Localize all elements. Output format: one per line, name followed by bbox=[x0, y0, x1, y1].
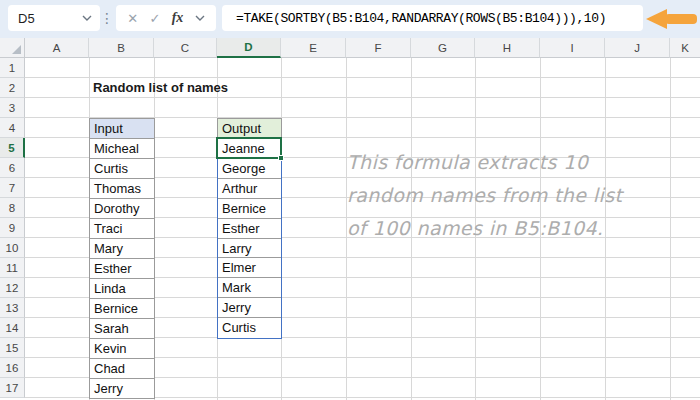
output-name-cell[interactable]: Arthur bbox=[218, 179, 281, 199]
input-name-cell[interactable]: Thomas bbox=[90, 179, 154, 199]
output-name-cell[interactable]: Larry bbox=[218, 239, 281, 259]
sheet-title: Random list of names bbox=[93, 78, 228, 98]
input-name-cell[interactable]: Mary bbox=[90, 239, 154, 259]
output-name-cell[interactable]: Mark bbox=[218, 278, 281, 298]
column-header-cell[interactable]: G bbox=[411, 38, 475, 58]
cancel-icon[interactable]: ✕ bbox=[127, 12, 138, 25]
row-header-cell[interactable]: 6 bbox=[0, 158, 25, 178]
column-header-cell[interactable]: A bbox=[25, 38, 89, 58]
input-name-cell[interactable]: Traci bbox=[90, 219, 154, 239]
output-name-cell[interactable]: Jerry bbox=[218, 298, 281, 318]
column-header-cell[interactable]: F bbox=[346, 38, 411, 58]
row-header-cell[interactable]: 14 bbox=[0, 318, 25, 338]
name-box[interactable]: D5 bbox=[8, 5, 100, 31]
column-header-cell[interactable]: C bbox=[154, 38, 217, 58]
column-header-cell[interactable]: I bbox=[540, 38, 605, 58]
row-header-cell[interactable]: 17 bbox=[0, 378, 25, 398]
output-name-cell[interactable]: Curtis bbox=[218, 318, 281, 338]
input-name-cell[interactable]: Esther bbox=[90, 259, 154, 279]
row-header-cell[interactable]: 15 bbox=[0, 338, 25, 358]
input-name-cell[interactable]: Dorothy bbox=[90, 199, 154, 219]
column-header-cell[interactable]: B bbox=[89, 38, 154, 58]
input-name-cell[interactable]: Bernice bbox=[90, 299, 154, 319]
column-header-cell[interactable]: D bbox=[217, 38, 281, 58]
row-header-cell[interactable]: 2 bbox=[0, 78, 25, 98]
row-header-cell[interactable]: 3 bbox=[0, 98, 25, 118]
row-header-cell[interactable]: 13 bbox=[0, 298, 25, 318]
output-name-cell[interactable]: Esther bbox=[218, 219, 281, 239]
select-all-corner[interactable] bbox=[0, 38, 25, 58]
note-line: of 100 names in B5:B104. bbox=[347, 212, 677, 245]
column-header-cell[interactable]: J bbox=[605, 38, 670, 58]
row-header-cell[interactable]: 12 bbox=[0, 278, 25, 298]
excel-window: D5 ⋮ ✕ ✓ fx =TAKE(SORTBY(B5:B104,RANDARR… bbox=[0, 0, 700, 400]
input-header-cell[interactable]: Input bbox=[90, 119, 154, 139]
output-spill-range: JeanneGeorgeArthurBerniceEstherLarryElme… bbox=[217, 138, 282, 339]
input-table: Input MichealCurtisThomasDorothyTraciMar… bbox=[89, 118, 155, 399]
row-header-cell[interactable]: 1 bbox=[0, 58, 25, 78]
input-name-cell[interactable]: Jerry bbox=[90, 379, 154, 399]
column-header-cell[interactable]: H bbox=[475, 38, 540, 58]
row-header-cell[interactable]: 5 bbox=[0, 138, 25, 158]
input-name-cell[interactable]: Kevin bbox=[90, 339, 154, 359]
formula-text: =TAKE(SORTBY(B5:B104,RANDARRAY(ROWS(B5:B… bbox=[236, 11, 606, 26]
formula-bar: D5 ⋮ ✕ ✓ fx =TAKE(SORTBY(B5:B104,RANDARR… bbox=[0, 0, 700, 38]
enter-icon[interactable]: ✓ bbox=[150, 12, 161, 25]
row-header-cell[interactable]: 7 bbox=[0, 178, 25, 198]
name-box-value: D5 bbox=[18, 11, 35, 26]
output-name-cell[interactable]: Elmer bbox=[218, 258, 281, 278]
note-line: This formula extracts 10 bbox=[347, 146, 677, 179]
row-header-cell[interactable]: 11 bbox=[0, 258, 25, 278]
note-line: random names from the list bbox=[347, 179, 677, 212]
output-name-cell[interactable]: Bernice bbox=[218, 199, 281, 219]
chevron-down-icon[interactable] bbox=[82, 15, 92, 21]
output-header-cell[interactable]: Output bbox=[217, 118, 282, 139]
row-headers: 1234567891011121314151617 bbox=[0, 58, 25, 398]
row-header-cell[interactable]: 9 bbox=[0, 218, 25, 238]
output-name-cell[interactable]: Jeanne bbox=[218, 139, 281, 159]
input-name-cell[interactable]: Curtis bbox=[90, 159, 154, 179]
row-header-cell[interactable]: 10 bbox=[0, 238, 25, 258]
row-header-cell[interactable]: 8 bbox=[0, 198, 25, 218]
column-headers: ABCDEFGHIJK bbox=[25, 38, 700, 58]
row-header-cell[interactable]: 4 bbox=[0, 118, 25, 138]
insert-function-icon[interactable]: fx bbox=[172, 10, 184, 26]
output-name-cell[interactable]: George bbox=[218, 159, 281, 179]
annotation-note: This formula extracts 10 random names fr… bbox=[347, 146, 677, 245]
formula-toolbar: ✕ ✓ fx bbox=[116, 5, 216, 31]
column-header-cell[interactable]: K bbox=[670, 38, 700, 58]
column-header-cell[interactable]: E bbox=[281, 38, 346, 58]
row-header-cell[interactable]: 16 bbox=[0, 358, 25, 378]
formula-input[interactable]: =TAKE(SORTBY(B5:B104,RANDARRAY(ROWS(B5:B… bbox=[222, 5, 643, 31]
corner-triangle-icon bbox=[12, 45, 21, 54]
callout-arrow-icon bbox=[646, 6, 698, 32]
chevron-down-icon[interactable] bbox=[195, 15, 205, 21]
input-name-cell[interactable]: Sarah bbox=[90, 319, 154, 339]
sheet-grid[interactable]: Random list of names Input MichealCurtis… bbox=[25, 58, 700, 400]
drag-separator-icon: ⋮ bbox=[101, 5, 113, 31]
input-name-cell[interactable]: Chad bbox=[90, 359, 154, 379]
input-name-cell[interactable]: Linda bbox=[90, 279, 154, 299]
input-name-cell[interactable]: Micheal bbox=[90, 139, 154, 159]
